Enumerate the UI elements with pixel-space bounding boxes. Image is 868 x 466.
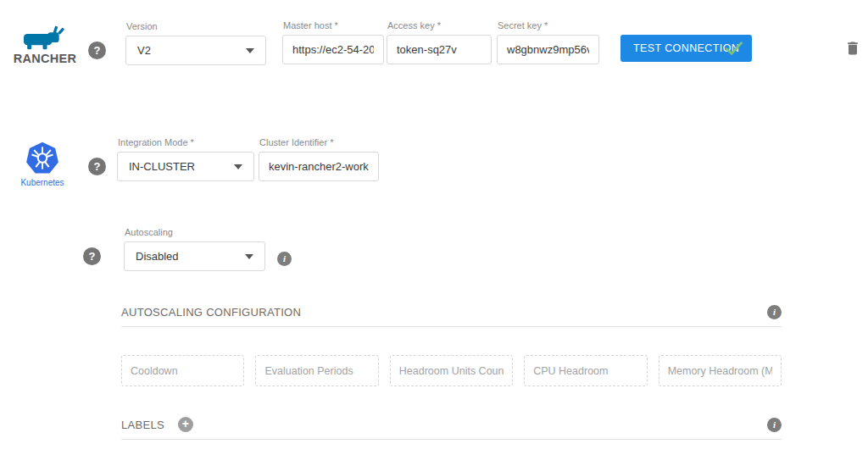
autoscaling-value: Disabled xyxy=(136,250,179,263)
kubernetes-logo: Kubernetes xyxy=(15,141,70,187)
cluster-identifier-input[interactable] xyxy=(259,152,379,181)
section-divider xyxy=(121,439,782,440)
labels-title: LABELS xyxy=(121,419,164,431)
integration-mode-value: IN-CLUSTER xyxy=(129,160,195,173)
version-select[interactable]: V2 xyxy=(125,36,266,65)
help-icon[interactable]: ? xyxy=(88,158,106,175)
trash-icon[interactable] xyxy=(844,39,861,61)
chevron-down-icon xyxy=(245,254,253,259)
autoscaling-configuration-title: AUTOSCALING CONFIGURATION xyxy=(121,306,301,319)
kubernetes-helm-icon xyxy=(15,141,70,175)
rancher-logo: RANCHER xyxy=(12,25,78,65)
info-icon[interactable]: i xyxy=(767,418,782,432)
rancher-logo-text: RANCHER xyxy=(12,52,78,65)
integration-mode-label: Integration Mode * xyxy=(117,137,254,147)
version-label: Version xyxy=(125,21,266,31)
labels-section: LABELS + i xyxy=(121,416,782,440)
autoscaling-field: Autoscaling Disabled xyxy=(124,227,265,271)
integration-mode-select[interactable]: IN-CLUSTER xyxy=(117,152,254,181)
cooldown-input xyxy=(121,355,244,386)
access-key-field: Access key * xyxy=(387,20,492,64)
version-value: V2 xyxy=(137,44,151,57)
rancher-bull-icon xyxy=(12,25,78,51)
access-key-label: Access key * xyxy=(387,20,492,31)
chevron-down-icon xyxy=(246,48,254,53)
info-icon[interactable]: i xyxy=(277,252,292,266)
autoscaling-config-fields xyxy=(121,355,782,386)
autoscaling-configuration-section: AUTOSCALING CONFIGURATION i xyxy=(121,303,782,386)
autoscaling-select[interactable]: Disabled xyxy=(124,241,265,271)
master-host-label: Master host * xyxy=(282,20,384,31)
help-icon[interactable]: ? xyxy=(83,247,101,265)
access-key-input[interactable] xyxy=(387,35,492,64)
secret-key-label: Secret key * xyxy=(497,20,599,31)
cluster-identifier-field: Cluster Identifier * xyxy=(259,137,379,181)
memory-headroom-input xyxy=(659,355,782,386)
evaluation-periods-input xyxy=(255,355,378,386)
secret-key-input[interactable] xyxy=(497,35,599,64)
cluster-identifier-label: Cluster Identifier * xyxy=(259,137,379,147)
cpu-headroom-input xyxy=(524,355,647,386)
secret-key-field: Secret key * xyxy=(497,20,599,64)
version-field: Version V2 xyxy=(125,21,266,65)
kubernetes-logo-text: Kubernetes xyxy=(15,178,70,187)
headroom-units-count-input xyxy=(390,355,513,386)
add-label-button[interactable]: + xyxy=(178,417,193,432)
master-host-field: Master host * xyxy=(282,20,384,64)
autoscaling-label: Autoscaling xyxy=(124,227,265,237)
chevron-down-icon xyxy=(234,164,242,169)
info-icon[interactable]: i xyxy=(767,305,782,319)
integration-mode-field: Integration Mode * IN-CLUSTER xyxy=(117,137,254,181)
master-host-input[interactable] xyxy=(282,35,384,64)
connection-success-check-icon xyxy=(722,36,746,64)
help-icon[interactable]: ? xyxy=(88,42,106,59)
integration-settings-page: RANCHER ? Version V2 Master host * Acces… xyxy=(0,0,868,466)
section-divider xyxy=(121,326,782,327)
